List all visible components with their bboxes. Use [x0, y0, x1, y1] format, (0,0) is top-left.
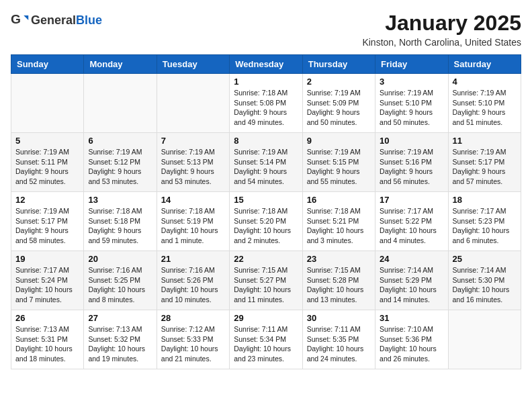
day-info-text: and 16 minutes.: [453, 295, 517, 305]
day-number-2: 2: [307, 77, 371, 87]
day-number-24: 24: [380, 254, 443, 264]
day-info-text: Daylight: 10 hours: [307, 285, 371, 295]
day-info-text: and 1 minute.: [161, 236, 225, 246]
day-info-text: and 51 minutes.: [453, 118, 517, 128]
day-info-text: Sunset: 5:17 PM: [453, 157, 517, 167]
day-number-31: 31: [380, 313, 443, 323]
day-info-text: Sunrise: 7:18 AM: [161, 206, 225, 216]
day-cell-27: 27Sunrise: 7:13 AMSunset: 5:32 PMDayligh…: [84, 310, 157, 369]
day-info-text: and 2 minutes.: [234, 236, 298, 246]
day-info-text: and 52 minutes.: [15, 177, 79, 187]
day-info-text: Daylight: 9 hours: [453, 167, 517, 177]
day-number-19: 19: [15, 254, 79, 264]
day-info-text: Daylight: 10 hours: [453, 226, 517, 236]
day-info-text: and 11 minutes.: [234, 295, 298, 305]
day-number-8: 8: [234, 136, 298, 146]
day-info-text: Daylight: 9 hours: [380, 167, 443, 177]
day-info-text: Sunset: 5:26 PM: [161, 275, 225, 285]
day-info-text: Sunrise: 7:19 AM: [453, 88, 517, 98]
day-number-17: 17: [380, 195, 443, 205]
day-cell-24: 24Sunrise: 7:14 AMSunset: 5:29 PMDayligh…: [375, 251, 448, 310]
weekday-header-thursday: Thursday: [302, 55, 375, 74]
day-info-text: and 7 minutes.: [15, 295, 79, 305]
day-info-text: Daylight: 9 hours: [380, 107, 443, 118]
day-info-text: Daylight: 10 hours: [15, 344, 79, 354]
day-info-text: Sunset: 5:11 PM: [15, 157, 79, 167]
day-number-29: 29: [234, 313, 298, 323]
day-info-text: Sunset: 5:19 PM: [161, 216, 225, 226]
day-number-22: 22: [234, 254, 298, 264]
day-cell-8: 8Sunrise: 7:19 AMSunset: 5:14 PMDaylight…: [230, 133, 302, 192]
day-cell-7: 7Sunrise: 7:19 AMSunset: 5:13 PMDaylight…: [157, 133, 229, 192]
day-info-text: and 19 minutes.: [88, 354, 152, 364]
day-info-text: and 50 minutes.: [380, 118, 443, 128]
day-cell-20: 20Sunrise: 7:16 AMSunset: 5:25 PMDayligh…: [84, 251, 157, 310]
day-info-text: Sunrise: 7:18 AM: [234, 88, 298, 98]
day-info-text: and 26 minutes.: [380, 354, 443, 364]
title-block: January 2025 Kinston, North Carolina, Un…: [362, 11, 521, 48]
day-info-text: and 13 minutes.: [307, 295, 371, 305]
day-info-text: Daylight: 9 hours: [15, 226, 79, 236]
day-info-text: and 6 minutes.: [453, 236, 517, 246]
day-number-12: 12: [15, 195, 79, 205]
weekday-header-row: SundayMondayTuesdayWednesdayThursdayFrid…: [11, 55, 521, 74]
day-number-14: 14: [161, 195, 225, 205]
day-info-text: and 56 minutes.: [380, 177, 443, 187]
week-row-3: 12Sunrise: 7:19 AMSunset: 5:17 PMDayligh…: [11, 192, 521, 251]
day-info-text: Sunset: 5:12 PM: [88, 157, 152, 167]
day-info-text: and 23 minutes.: [234, 354, 298, 364]
day-info-text: Sunrise: 7:19 AM: [15, 206, 79, 216]
day-info-text: Sunrise: 7:12 AM: [161, 324, 225, 334]
day-info-text: and 49 minutes.: [234, 118, 298, 128]
day-cell-22: 22Sunrise: 7:15 AMSunset: 5:27 PMDayligh…: [230, 251, 302, 310]
day-number-7: 7: [161, 136, 225, 146]
day-cell-29: 29Sunrise: 7:11 AMSunset: 5:34 PMDayligh…: [230, 310, 302, 369]
day-number-15: 15: [234, 195, 298, 205]
day-info-text: Sunset: 5:18 PM: [88, 216, 152, 226]
day-cell-21: 21Sunrise: 7:16 AMSunset: 5:26 PMDayligh…: [157, 251, 229, 310]
day-info-text: and 10 minutes.: [161, 295, 225, 305]
day-cell-14: 14Sunrise: 7:18 AMSunset: 5:19 PMDayligh…: [157, 192, 229, 251]
day-info-text: Sunset: 5:21 PM: [307, 216, 371, 226]
day-info-text: and 18 minutes.: [15, 354, 79, 364]
day-cell-12: 12Sunrise: 7:19 AMSunset: 5:17 PMDayligh…: [11, 192, 84, 251]
day-info-text: Daylight: 10 hours: [380, 226, 443, 236]
day-info-text: Daylight: 10 hours: [380, 344, 443, 354]
day-info-text: Sunrise: 7:14 AM: [453, 265, 517, 275]
day-info-text: Daylight: 10 hours: [161, 285, 225, 295]
day-info-text: Sunset: 5:27 PM: [234, 275, 298, 285]
day-info-text: Sunset: 5:28 PM: [307, 275, 371, 285]
day-cell-17: 17Sunrise: 7:17 AMSunset: 5:22 PMDayligh…: [375, 192, 448, 251]
day-info-text: Daylight: 10 hours: [161, 226, 225, 236]
day-number-27: 27: [88, 313, 152, 323]
day-cell-19: 19Sunrise: 7:17 AMSunset: 5:24 PMDayligh…: [11, 251, 84, 310]
day-info-text: Daylight: 10 hours: [234, 344, 298, 354]
day-info-text: and 54 minutes.: [234, 177, 298, 187]
day-info-text: Daylight: 9 hours: [88, 167, 152, 177]
day-info-text: and 3 minutes.: [307, 236, 371, 246]
day-info-text: Sunrise: 7:16 AM: [88, 265, 152, 275]
day-info-text: and 53 minutes.: [88, 177, 152, 187]
day-cell-15: 15Sunrise: 7:18 AMSunset: 5:20 PMDayligh…: [230, 192, 302, 251]
day-info-text: Sunrise: 7:19 AM: [15, 147, 79, 157]
day-info-text: and 59 minutes.: [88, 236, 152, 246]
calendar-title: January 2025: [362, 11, 521, 36]
day-number-1: 1: [234, 77, 298, 87]
empty-cell: [11, 74, 84, 133]
day-info-text: Daylight: 10 hours: [307, 226, 371, 236]
day-info-text: Sunset: 5:24 PM: [15, 275, 79, 285]
day-info-text: Sunrise: 7:18 AM: [234, 206, 298, 216]
day-info-text: Sunrise: 7:15 AM: [307, 265, 371, 275]
day-number-4: 4: [453, 77, 517, 87]
day-info-text: Daylight: 10 hours: [88, 285, 152, 295]
day-info-text: and 24 minutes.: [307, 354, 371, 364]
day-cell-25: 25Sunrise: 7:14 AMSunset: 5:30 PMDayligh…: [448, 251, 521, 310]
day-number-23: 23: [307, 254, 371, 264]
day-info-text: Daylight: 10 hours: [234, 226, 298, 236]
day-info-text: Daylight: 10 hours: [15, 285, 79, 295]
day-info-text: Sunrise: 7:19 AM: [453, 147, 517, 157]
day-info-text: Sunrise: 7:19 AM: [234, 147, 298, 157]
day-number-18: 18: [453, 195, 517, 205]
logo: G GeneralBlue: [11, 11, 102, 30]
weekday-header-sunday: Sunday: [11, 55, 84, 74]
